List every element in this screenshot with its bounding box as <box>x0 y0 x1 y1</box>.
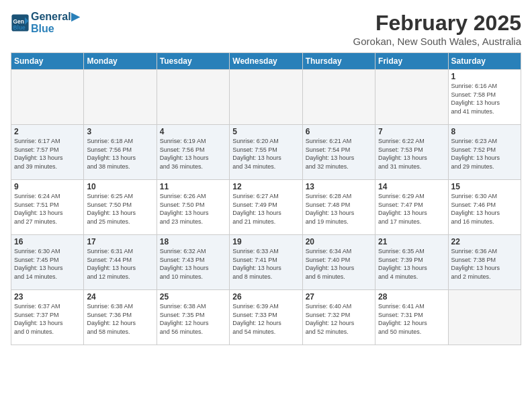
calendar-day-cell <box>302 70 375 125</box>
calendar-day-cell: 18Sunrise: 6:32 AM Sunset: 7:43 PM Dayli… <box>157 235 229 290</box>
day-info: Sunrise: 6:28 AM Sunset: 7:48 PM Dayligh… <box>306 192 372 226</box>
calendar-day-cell: 13Sunrise: 6:28 AM Sunset: 7:48 PM Dayli… <box>302 180 375 235</box>
header: Gen Blue General▶ Blue February 2025 Gor… <box>11 11 521 47</box>
day-number: 14 <box>378 182 445 191</box>
calendar-day-cell: 6Sunrise: 6:21 AM Sunset: 7:54 PM Daylig… <box>302 125 375 180</box>
day-info: Sunrise: 6:30 AM Sunset: 7:46 PM Dayligh… <box>451 192 518 226</box>
day-number: 20 <box>306 237 372 246</box>
day-number: 5 <box>232 127 299 136</box>
day-number: 15 <box>451 182 518 191</box>
day-info: Sunrise: 6:20 AM Sunset: 7:55 PM Dayligh… <box>232 137 299 171</box>
day-info: Sunrise: 6:37 AM Sunset: 7:37 PM Dayligh… <box>14 302 81 336</box>
calendar-day-header: Thursday <box>302 53 375 70</box>
day-info: Sunrise: 6:17 AM Sunset: 7:57 PM Dayligh… <box>14 137 81 171</box>
day-info: Sunrise: 6:21 AM Sunset: 7:54 PM Dayligh… <box>306 137 372 171</box>
day-number: 2 <box>14 127 81 136</box>
calendar-day-cell: 2Sunrise: 6:17 AM Sunset: 7:57 PM Daylig… <box>11 125 84 180</box>
day-info: Sunrise: 6:40 AM Sunset: 7:32 PM Dayligh… <box>306 302 372 336</box>
day-number: 9 <box>14 182 81 191</box>
day-info: Sunrise: 6:38 AM Sunset: 7:36 PM Dayligh… <box>87 302 153 336</box>
calendar-day-cell: 17Sunrise: 6:31 AM Sunset: 7:44 PM Dayli… <box>84 235 157 290</box>
day-number: 10 <box>87 182 153 191</box>
calendar-day-cell: 7Sunrise: 6:22 AM Sunset: 7:53 PM Daylig… <box>375 125 448 180</box>
day-number: 1 <box>451 72 518 81</box>
day-number: 11 <box>160 182 226 191</box>
day-info: Sunrise: 6:26 AM Sunset: 7:50 PM Dayligh… <box>160 192 226 226</box>
day-info: Sunrise: 6:41 AM Sunset: 7:31 PM Dayligh… <box>378 302 445 336</box>
calendar-day-cell <box>157 70 229 125</box>
calendar-day-cell: 8Sunrise: 6:23 AM Sunset: 7:52 PM Daylig… <box>448 125 521 180</box>
calendar-day-cell: 14Sunrise: 6:29 AM Sunset: 7:47 PM Dayli… <box>375 180 448 235</box>
calendar-day-header: Tuesday <box>157 53 229 70</box>
calendar-day-cell: 16Sunrise: 6:30 AM Sunset: 7:45 PM Dayli… <box>11 235 84 290</box>
logo: Gen Blue General▶ Blue <box>11 11 79 34</box>
day-number: 13 <box>306 182 372 191</box>
day-info: Sunrise: 6:33 AM Sunset: 7:41 PM Dayligh… <box>232 247 299 281</box>
day-info: Sunrise: 6:30 AM Sunset: 7:45 PM Dayligh… <box>14 247 81 281</box>
day-info: Sunrise: 6:25 AM Sunset: 7:50 PM Dayligh… <box>87 192 153 226</box>
calendar-day-cell: 9Sunrise: 6:24 AM Sunset: 7:51 PM Daylig… <box>11 180 84 235</box>
calendar-week-row: 2Sunrise: 6:17 AM Sunset: 7:57 PM Daylig… <box>11 125 521 180</box>
day-info: Sunrise: 6:39 AM Sunset: 7:33 PM Dayligh… <box>232 302 299 336</box>
day-number: 22 <box>451 237 518 246</box>
calendar-day-cell: 4Sunrise: 6:19 AM Sunset: 7:56 PM Daylig… <box>157 125 229 180</box>
day-number: 27 <box>306 292 372 302</box>
day-info: Sunrise: 6:18 AM Sunset: 7:56 PM Dayligh… <box>87 137 153 171</box>
logo-text: General▶ Blue <box>31 11 79 34</box>
calendar-header-row: SundayMondayTuesdayWednesdayThursdayFrid… <box>11 53 521 70</box>
logo-icon: Gen Blue <box>11 13 30 32</box>
day-number: 18 <box>160 237 226 246</box>
calendar-day-cell <box>448 290 521 345</box>
calendar-day-cell <box>11 70 84 125</box>
calendar-week-row: 16Sunrise: 6:30 AM Sunset: 7:45 PM Dayli… <box>11 235 521 290</box>
day-number: 4 <box>160 127 226 136</box>
calendar-week-row: 23Sunrise: 6:37 AM Sunset: 7:37 PM Dayli… <box>11 290 521 345</box>
calendar-day-cell: 26Sunrise: 6:39 AM Sunset: 7:33 PM Dayli… <box>230 290 302 345</box>
day-info: Sunrise: 6:35 AM Sunset: 7:39 PM Dayligh… <box>378 247 445 281</box>
calendar-day-cell: 12Sunrise: 6:27 AM Sunset: 7:49 PM Dayli… <box>230 180 302 235</box>
title-block: February 2025 Gorokan, New South Wales, … <box>353 11 521 47</box>
calendar-day-cell: 15Sunrise: 6:30 AM Sunset: 7:46 PM Dayli… <box>448 180 521 235</box>
calendar-day-header: Saturday <box>448 53 521 70</box>
day-info: Sunrise: 6:36 AM Sunset: 7:38 PM Dayligh… <box>451 247 518 281</box>
calendar-day-header: Monday <box>84 53 157 70</box>
calendar-page: Gen Blue General▶ Blue February 2025 Gor… <box>0 0 532 411</box>
day-number: 6 <box>306 127 372 136</box>
calendar-day-header: Sunday <box>11 53 84 70</box>
calendar-day-cell: 22Sunrise: 6:36 AM Sunset: 7:38 PM Dayli… <box>448 235 521 290</box>
day-info: Sunrise: 6:31 AM Sunset: 7:44 PM Dayligh… <box>87 247 153 281</box>
day-info: Sunrise: 6:32 AM Sunset: 7:43 PM Dayligh… <box>160 247 226 281</box>
calendar-day-cell: 10Sunrise: 6:25 AM Sunset: 7:50 PM Dayli… <box>84 180 157 235</box>
month-title: February 2025 <box>353 11 521 36</box>
day-info: Sunrise: 6:24 AM Sunset: 7:51 PM Dayligh… <box>14 192 81 226</box>
svg-text:Blue: Blue <box>13 24 26 30</box>
calendar-day-cell: 11Sunrise: 6:26 AM Sunset: 7:50 PM Dayli… <box>157 180 229 235</box>
day-number: 8 <box>451 127 518 136</box>
day-info: Sunrise: 6:16 AM Sunset: 7:58 PM Dayligh… <box>451 82 518 116</box>
calendar-day-cell <box>84 70 157 125</box>
calendar-day-cell <box>230 70 302 125</box>
day-info: Sunrise: 6:22 AM Sunset: 7:53 PM Dayligh… <box>378 137 445 171</box>
day-number: 26 <box>232 292 299 302</box>
calendar-week-row: 9Sunrise: 6:24 AM Sunset: 7:51 PM Daylig… <box>11 180 521 235</box>
calendar-day-header: Wednesday <box>230 53 302 70</box>
calendar-day-cell: 28Sunrise: 6:41 AM Sunset: 7:31 PM Dayli… <box>375 290 448 345</box>
calendar-day-cell: 3Sunrise: 6:18 AM Sunset: 7:56 PM Daylig… <box>84 125 157 180</box>
day-number: 24 <box>87 292 153 302</box>
day-number: 23 <box>14 292 81 302</box>
calendar-day-cell: 21Sunrise: 6:35 AM Sunset: 7:39 PM Dayli… <box>375 235 448 290</box>
day-number: 3 <box>87 127 153 136</box>
day-info: Sunrise: 6:19 AM Sunset: 7:56 PM Dayligh… <box>160 137 226 171</box>
day-number: 12 <box>232 182 299 191</box>
calendar-day-cell: 1Sunrise: 6:16 AM Sunset: 7:58 PM Daylig… <box>448 70 521 125</box>
calendar-day-cell: 24Sunrise: 6:38 AM Sunset: 7:36 PM Dayli… <box>84 290 157 345</box>
calendar-day-cell: 23Sunrise: 6:37 AM Sunset: 7:37 PM Dayli… <box>11 290 84 345</box>
day-number: 28 <box>378 292 445 302</box>
day-number: 19 <box>232 237 299 246</box>
day-number: 25 <box>160 292 226 302</box>
calendar-day-header: Friday <box>375 53 448 70</box>
day-info: Sunrise: 6:27 AM Sunset: 7:49 PM Dayligh… <box>232 192 299 226</box>
calendar-week-row: 1Sunrise: 6:16 AM Sunset: 7:58 PM Daylig… <box>11 70 521 125</box>
calendar-day-cell: 5Sunrise: 6:20 AM Sunset: 7:55 PM Daylig… <box>230 125 302 180</box>
day-number: 17 <box>87 237 153 246</box>
